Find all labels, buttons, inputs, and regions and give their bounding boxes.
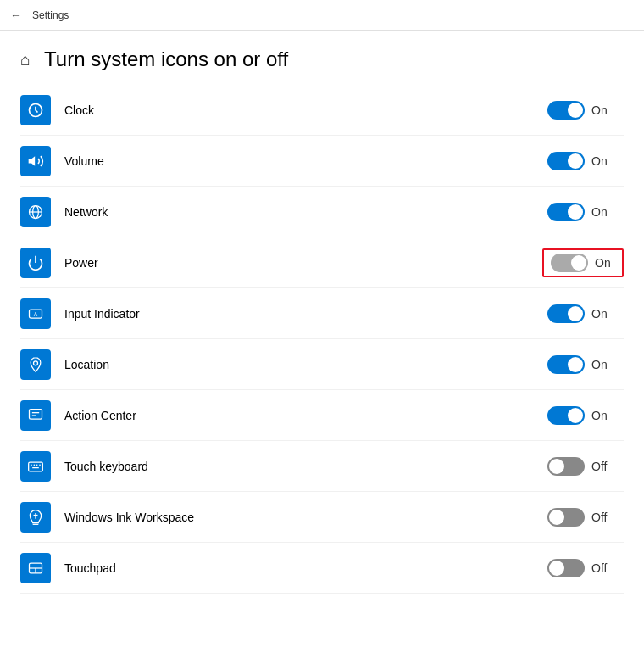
power-icon <box>20 248 51 278</box>
network-toggle[interactable] <box>547 203 585 221</box>
settings-list: Clock On Volume On Network On Power <box>0 85 644 594</box>
setting-row-power: Power On <box>20 237 624 288</box>
clock-label: Clock <box>64 103 547 117</box>
action-center-toggle[interactable] <box>547 406 585 425</box>
windows-ink-icon <box>20 502 51 533</box>
touch-keyboard-icon <box>20 451 51 482</box>
page-title: Turn system icons on or off <box>44 47 288 71</box>
page-header: ⌂ Turn system icons on or off <box>0 31 644 85</box>
setting-row-windows-ink: Windows Ink Workspace Off <box>20 492 624 543</box>
title-bar-text: Settings <box>32 9 69 21</box>
clock-icon <box>20 95 51 125</box>
setting-row-network: Network On <box>20 187 624 237</box>
location-toggle-label: On <box>591 358 612 371</box>
volume-label: Volume <box>64 154 547 168</box>
touchpad-label: Touchpad <box>64 561 547 575</box>
clock-toggle-label: On <box>591 103 612 117</box>
touch-keyboard-toggle[interactable] <box>547 457 585 476</box>
input-indicator-label: Input Indicator <box>64 307 547 321</box>
volume-toggle-label: On <box>591 154 612 168</box>
touchpad-toggle[interactable] <box>547 559 585 577</box>
setting-row-input-indicator: A Input Indicator On <box>20 288 624 339</box>
windows-ink-label: Windows Ink Workspace <box>64 510 547 524</box>
volume-toggle[interactable] <box>547 152 585 170</box>
setting-row-volume: Volume On <box>20 136 624 187</box>
power-label: Power <box>64 256 542 270</box>
svg-rect-12 <box>29 462 43 471</box>
setting-row-clock: Clock On <box>20 85 624 136</box>
input-indicator-icon: A <box>20 298 51 329</box>
clock-toggle-area: On <box>547 101 624 120</box>
svg-text:A: A <box>34 310 38 316</box>
home-icon[interactable]: ⌂ <box>20 50 31 70</box>
svg-rect-9 <box>30 409 42 419</box>
windows-ink-toggle-label: Off <box>591 510 612 524</box>
input-indicator-toggle-area: On <box>547 304 624 323</box>
setting-row-touch-keyboard: Touch keyboard Off <box>20 441 624 492</box>
location-icon <box>20 349 51 380</box>
touchpad-toggle-area: Off <box>547 559 624 577</box>
title-bar: ← Settings <box>0 0 644 31</box>
network-icon <box>20 197 51 227</box>
power-toggle-label: On <box>595 256 615 270</box>
action-center-toggle-area: On <box>547 406 624 425</box>
touch-keyboard-label: Touch keyboard <box>64 460 547 473</box>
windows-ink-toggle-area: Off <box>547 508 624 527</box>
network-toggle-label: On <box>591 205 612 219</box>
input-indicator-toggle[interactable] <box>547 304 585 323</box>
touchpad-toggle-label: Off <box>591 561 612 575</box>
setting-row-location: Location On <box>20 339 624 390</box>
power-toggle[interactable] <box>551 254 588 272</box>
touch-keyboard-toggle-area: Off <box>547 457 624 476</box>
location-toggle[interactable] <box>547 355 585 374</box>
power-toggle-area: On <box>542 248 624 277</box>
windows-ink-toggle[interactable] <box>547 508 585 527</box>
back-button[interactable]: ← <box>10 8 22 22</box>
clock-toggle[interactable] <box>547 101 585 120</box>
location-toggle-area: On <box>547 355 624 374</box>
volume-icon <box>20 146 51 176</box>
touch-keyboard-toggle-label: Off <box>591 460 612 473</box>
location-label: Location <box>64 358 547 371</box>
touchpad-icon <box>20 553 51 583</box>
action-center-icon <box>20 400 51 431</box>
svg-point-8 <box>34 360 38 365</box>
network-toggle-area: On <box>547 203 624 221</box>
action-center-label: Action Center <box>64 409 547 422</box>
network-label: Network <box>64 205 547 219</box>
input-indicator-toggle-label: On <box>591 307 612 321</box>
setting-row-action-center: Action Center On <box>20 390 624 441</box>
volume-toggle-area: On <box>547 152 624 170</box>
action-center-toggle-label: On <box>591 409 612 422</box>
setting-row-touchpad: Touchpad Off <box>20 543 624 594</box>
svg-marker-1 <box>29 156 36 166</box>
